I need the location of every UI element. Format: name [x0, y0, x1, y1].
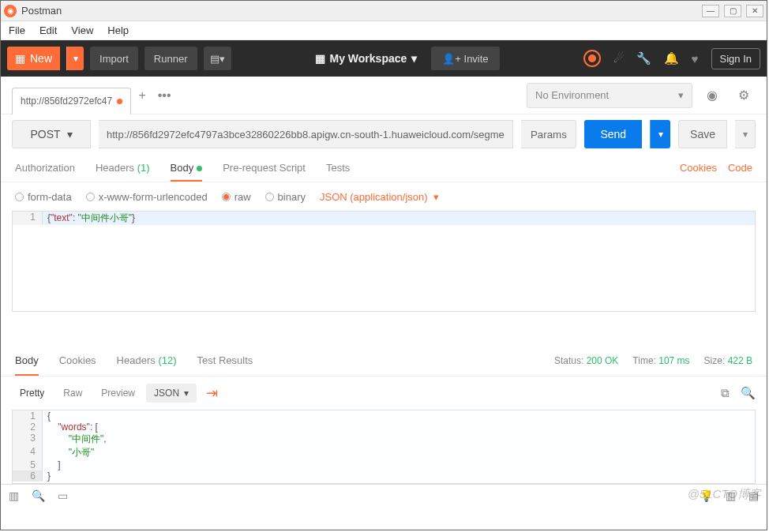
code-link[interactable]: Code — [728, 162, 752, 174]
radio-form-data[interactable]: form-data — [15, 191, 72, 203]
settings-gear-icon[interactable]: ⚙ — [732, 84, 756, 107]
method-caret-icon: ▾ — [67, 128, 73, 140]
minimize-button[interactable]: — — [702, 5, 719, 17]
http-method-select[interactable]: POST ▾ — [12, 120, 91, 148]
invite-icon: 👤+ — [442, 53, 461, 65]
resp-tab-cookies[interactable]: Cookies — [59, 354, 96, 366]
cookies-link[interactable]: Cookies — [680, 162, 717, 174]
save-button[interactable]: Save — [678, 120, 727, 148]
send-dropdown[interactable]: ▾ — [650, 120, 670, 148]
environment-select[interactable]: No Environment ▾ — [527, 83, 692, 108]
copy-icon[interactable]: ⧉ — [721, 386, 730, 400]
bell-icon[interactable]: 🔔 — [664, 51, 679, 66]
tab-actions-button[interactable]: ••• — [153, 84, 175, 107]
radio-raw[interactable]: raw — [222, 191, 251, 203]
view-raw[interactable]: Raw — [55, 383, 90, 403]
status-label: Status: 200 OK — [554, 355, 618, 366]
url-input[interactable] — [99, 120, 513, 148]
close-button[interactable]: ✕ — [746, 5, 763, 17]
new-dropdown[interactable]: ▾ — [66, 47, 84, 70]
main-toolbar: ▦ New ▾ Import Runner ▤▾ ▦ My Workspace … — [1, 40, 767, 77]
tab-tests[interactable]: Tests — [326, 162, 350, 174]
add-tab-button[interactable]: + — [131, 84, 153, 107]
search-icon[interactable]: 🔍 — [741, 386, 756, 400]
request-tab[interactable]: http://856fd2972efc47 — [12, 88, 131, 114]
unsaved-indicator-icon — [117, 99, 122, 104]
plus-icon: ▦ — [15, 52, 25, 65]
grid-icon: ▦ — [315, 52, 325, 65]
resp-format-select[interactable]: JSON ▾ — [146, 384, 197, 403]
watermark-text: @51CTO博客 — [688, 487, 761, 502]
resp-tab-body[interactable]: Body — [15, 354, 39, 376]
invite-label: Invite — [464, 53, 489, 65]
tab-authorization[interactable]: Authorization — [15, 162, 75, 174]
time-label: Time: 107 ms — [632, 355, 689, 366]
environment-label: No Environment — [535, 89, 609, 101]
tab-body[interactable]: Body — [171, 162, 203, 182]
new-label: New — [30, 52, 52, 65]
body-indicator-icon — [197, 166, 202, 171]
save-dropdown[interactable]: ▾ — [735, 120, 756, 148]
resp-tab-headers[interactable]: Headers (12) — [117, 354, 177, 366]
sidebar-toggle-icon[interactable]: ▥ — [9, 489, 19, 502]
window-title: Postman — [21, 5, 62, 17]
workspace-caret-icon[interactable]: ▾ — [411, 52, 417, 65]
runner-button[interactable]: Runner — [144, 47, 197, 70]
console-icon[interactable]: ▭ — [58, 489, 68, 502]
env-preview-icon[interactable]: ◉ — [700, 84, 724, 107]
wrap-lines-icon[interactable]: ⇥ — [200, 384, 224, 402]
wrench-icon[interactable]: 🔧 — [636, 51, 651, 66]
find-icon[interactable]: 🔍 — [32, 489, 45, 502]
view-preview[interactable]: Preview — [93, 383, 143, 403]
window-titlebar: ◉ Postman — ▢ ✕ — [1, 1, 767, 21]
invite-button[interactable]: 👤+ Invite — [431, 47, 499, 70]
tab-pre-request[interactable]: Pre-request Script — [223, 162, 306, 174]
menu-edit[interactable]: Edit — [39, 24, 57, 36]
new-button[interactable]: ▦ New — [7, 47, 60, 70]
sync-icon[interactable]: ☄ — [613, 51, 624, 66]
tabs-icon-button[interactable]: ▤▾ — [204, 47, 231, 70]
resp-tab-test-results[interactable]: Test Results — [197, 354, 253, 366]
capture-icon[interactable] — [583, 50, 601, 67]
request-tab-label: http://856fd2972efc47 — [21, 96, 112, 107]
maximize-button[interactable]: ▢ — [724, 5, 741, 17]
radio-xwww[interactable]: x-www-form-urlencoded — [86, 191, 208, 203]
import-button[interactable]: Import — [90, 47, 138, 70]
menu-help[interactable]: Help — [107, 24, 129, 36]
radio-binary[interactable]: binary — [265, 191, 306, 203]
method-label: POST — [30, 128, 60, 140]
gutter-line: 1 — [13, 212, 43, 225]
menu-view[interactable]: View — [71, 24, 93, 36]
response-body-viewer[interactable]: 1{ 2 "words": [ 3 "中间件", 4 "小哥" 5 ] 6} — [12, 410, 756, 484]
view-pretty[interactable]: Pretty — [12, 383, 52, 403]
send-button[interactable]: Send — [584, 120, 642, 148]
statusbar: ▥ 🔍 ▭ 💡 ▥ ▤ — [1, 484, 767, 506]
tab-headers[interactable]: Headers (1) — [96, 162, 150, 174]
menubar: File Edit View Help — [1, 21, 767, 40]
heart-icon[interactable]: ♥ — [692, 52, 699, 66]
chevron-down-icon: ▾ — [678, 89, 684, 101]
content-type-select[interactable]: JSON (application/json) ▾ — [320, 191, 439, 203]
app-logo-icon: ◉ — [4, 5, 17, 17]
request-body-editor[interactable]: 1 {"text": "中间件小哥"} — [12, 211, 756, 312]
menu-file[interactable]: File — [9, 24, 25, 36]
workspace-label[interactable]: My Workspace — [330, 52, 407, 65]
params-button[interactable]: Params — [521, 120, 576, 148]
signin-button[interactable]: Sign In — [711, 48, 760, 69]
size-label: Size: 422 B — [704, 355, 752, 366]
